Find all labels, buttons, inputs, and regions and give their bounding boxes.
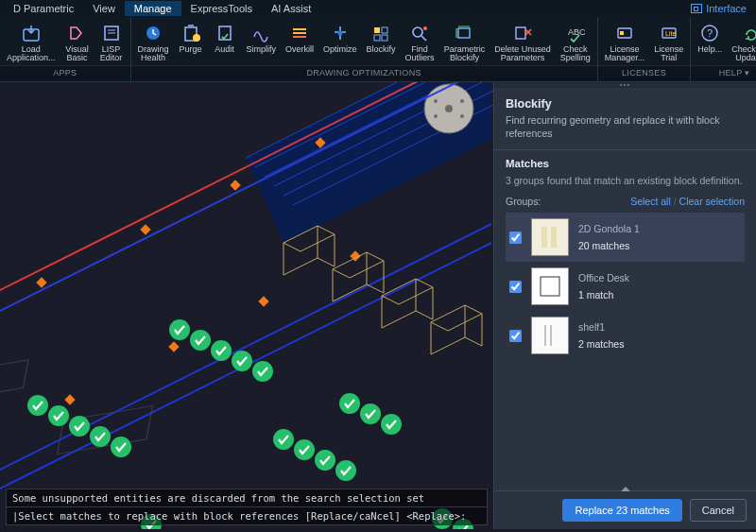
svg-text:ABC: ABC	[568, 27, 586, 37]
find-outliers-button[interactable]: Find Outliers	[401, 21, 439, 65]
match-row[interactable]: shelf12 matches	[506, 311, 745, 360]
license-manager-button[interactable]: License Manager...	[600, 21, 650, 65]
panel-desc: Find recurring geometry and replace it w…	[494, 114, 756, 149]
svg-point-58	[169, 319, 190, 340]
match-row[interactable]: 2D Gondola 120 matches	[506, 213, 745, 262]
matches-section: Matches 3 groups found that match an exi…	[494, 149, 756, 368]
match-thumbnail	[531, 317, 569, 354]
svg-point-67	[294, 439, 315, 460]
svg-rect-19	[458, 28, 470, 38]
purge-label: Purge	[180, 45, 202, 54]
match-row[interactable]: Office Desk1 match	[506, 262, 745, 311]
svg-point-60	[211, 340, 232, 361]
blockify-icon	[369, 23, 393, 43]
parametric-blockify-button[interactable]: Parametric Blockify	[439, 21, 490, 65]
match-name: 2D Gondola 1	[578, 223, 640, 234]
interface-label: Interface	[706, 3, 747, 14]
svg-point-41	[434, 114, 438, 118]
clear-selection-link[interactable]: Clear selection	[679, 196, 745, 207]
menu-manage[interactable]: Manage	[125, 1, 181, 16]
license-trial-icon: Lite	[657, 23, 681, 43]
command-history-line: Some unsupported entities are discarded …	[7, 489, 487, 507]
svg-text:?: ?	[707, 27, 713, 39]
audit-icon	[213, 23, 237, 43]
drawing-health-label: Drawing Health	[138, 45, 169, 63]
match-count: 1 match	[578, 289, 629, 300]
svg-line-17	[421, 36, 426, 41]
svg-point-69	[335, 460, 356, 481]
visual-basic-icon	[65, 23, 90, 43]
ribbon-group-label: HELP ▾	[691, 65, 756, 81]
svg-rect-13	[382, 27, 387, 33]
menu-expresstools[interactable]: ExpressTools	[181, 1, 262, 16]
lisp-editor-label: LISP Editor	[100, 45, 123, 63]
purge-icon	[179, 23, 203, 43]
svg-point-6	[193, 34, 200, 42]
match-checkbox[interactable]	[509, 281, 522, 293]
interface-button[interactable]: Interface	[691, 3, 752, 14]
svg-rect-74	[551, 227, 557, 248]
match-checkbox[interactable]	[509, 330, 522, 342]
cancel-button[interactable]: Cancel	[690, 499, 747, 522]
replace-button[interactable]: Replace 23 matches	[562, 499, 681, 522]
svg-rect-73	[541, 227, 547, 248]
load-application-button[interactable]: Load Application...	[2, 21, 60, 65]
help-label: Help...	[697, 45, 722, 54]
panel-title: Blockify	[494, 88, 756, 114]
menu-bar: D Parametric View Manage ExpressTools AI…	[0, 0, 756, 17]
svg-point-16	[413, 27, 422, 37]
svg-rect-20	[516, 27, 525, 39]
svg-point-59	[190, 330, 211, 351]
interface-icon	[691, 4, 702, 13]
menu-parametric[interactable]: D Parametric	[4, 1, 83, 16]
check-spelling-button[interactable]: ABCCheck Spelling	[556, 21, 595, 65]
match-name: Office Desk	[578, 272, 629, 283]
match-thumbnail	[531, 267, 569, 305]
check-updates-icon	[739, 23, 756, 43]
match-checkbox[interactable]	[509, 232, 522, 244]
optimize-label: Optimize	[323, 45, 357, 54]
svg-point-11	[337, 31, 342, 36]
command-line[interactable]: Some unsupported entities are discarded …	[6, 489, 488, 525]
check-updates-button[interactable]: Check For Updates	[727, 21, 756, 65]
simplify-button[interactable]: Simplify	[242, 21, 282, 65]
delete-unused-parameters-icon	[510, 23, 535, 43]
svg-point-65	[381, 414, 402, 435]
ribbon-group-label: DRAWING OPTIMIZATIONS	[131, 65, 597, 81]
drawing-canvas[interactable]: Some unsupported entities are discarded …	[0, 82, 493, 529]
svg-point-18	[423, 26, 427, 30]
purge-button[interactable]: Purge	[174, 21, 208, 65]
panel-footer: Replace 23 matches Cancel	[494, 490, 756, 529]
parametric-blockify-icon	[452, 23, 476, 43]
check-spelling-label: Check Spelling	[560, 45, 591, 63]
svg-rect-25	[620, 31, 624, 35]
lisp-editor-icon	[99, 23, 124, 43]
lisp-editor-button[interactable]: LISP Editor	[94, 21, 129, 65]
optimize-button[interactable]: Optimize	[318, 21, 362, 65]
find-outliers-icon	[407, 23, 432, 43]
delete-unused-parameters-button[interactable]: Delete Unused Parameters	[490, 21, 556, 65]
select-all-link[interactable]: Select all	[630, 196, 671, 207]
svg-rect-15	[382, 35, 387, 41]
ribbon-group-label: LICENSES	[598, 65, 691, 81]
svg-rect-14	[374, 35, 380, 41]
audit-button[interactable]: Audit	[208, 21, 242, 65]
matches-sub: 3 groups found that match an existing bl…	[506, 175, 745, 186]
match-name: shelf1	[578, 321, 624, 333]
help-button[interactable]: ?Help...	[693, 21, 727, 65]
check-spelling-icon: ABC	[563, 23, 588, 43]
overkill-button[interactable]: Overkill	[281, 21, 318, 65]
blockify-button[interactable]: Blockify	[362, 21, 401, 65]
svg-point-61	[232, 351, 252, 371]
find-outliers-label: Find Outliers	[405, 45, 435, 63]
menu-ai-assist[interactable]: AI Assist	[262, 1, 320, 16]
menu-view[interactable]: View	[83, 1, 125, 16]
svg-point-62	[252, 361, 273, 382]
drawing-health-icon	[141, 23, 165, 43]
load-application-icon	[19, 23, 43, 43]
visual-basic-button[interactable]: Visual Basic	[60, 21, 94, 65]
overkill-label: Overkill	[285, 45, 314, 54]
help-icon: ?	[697, 23, 722, 43]
license-trial-button[interactable]: LiteLicense Trial	[649, 21, 688, 65]
drawing-health-button[interactable]: Drawing Health	[133, 21, 174, 65]
